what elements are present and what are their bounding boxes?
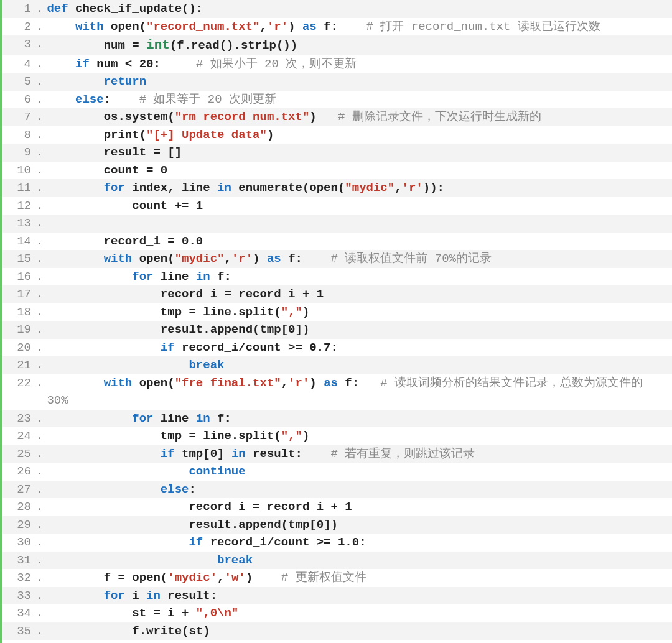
dot-separator: . — [36, 35, 43, 55]
line-number: 18 — [2, 303, 35, 322]
line-number: 23 — [2, 410, 35, 428]
dot-separator: . — [36, 0, 43, 18]
code-content: for i in result: — [47, 587, 672, 605]
line-number: 19 — [2, 321, 35, 339]
code-line: 13. — [0, 215, 672, 233]
dot-separator: . — [36, 622, 43, 641]
code-content: with open("mydic",'r') as f: # 读取权值文件前 7… — [47, 250, 672, 268]
code-line: 29. result.append(tmp[0]) — [0, 516, 672, 534]
code-line: 28. record_i = record_i + 1 — [0, 498, 672, 516]
line-number: 17 — [2, 285, 35, 303]
code-line: 25. if tmp[0] in result: # 若有重复，则跳过该记录 — [0, 445, 672, 463]
line-number: 13 — [2, 215, 35, 233]
dot-separator: . — [36, 445, 43, 463]
line-number: 30 — [2, 534, 35, 552]
line-number: 10 — [2, 162, 35, 180]
code-content: if record_i/count >= 0.7: — [47, 339, 672, 357]
code-content: def check_if_update(): — [47, 0, 672, 18]
dot-separator: . — [36, 162, 43, 180]
line-number: 32 — [2, 569, 35, 587]
code-content: with open("fre_final.txt",'r') as f: # 读… — [47, 374, 672, 410]
code-content: f.write(st) — [47, 622, 672, 641]
line-number: 28 — [2, 498, 35, 516]
code-content: count = 0 — [47, 162, 672, 180]
line-number: 22 — [2, 374, 35, 410]
dot-separator: . — [36, 410, 43, 428]
code-line: 2. with open("record_num.txt",'r') as f:… — [0, 18, 672, 36]
code-line: 6. else: # 如果等于 20 次则更新 — [0, 91, 672, 109]
line-number: 36 — [2, 640, 35, 643]
dot-separator: . — [36, 356, 43, 374]
code-line: 14. record_i = 0.0 — [0, 233, 672, 251]
code-content: f = open('mydic','w') # 更新权值文件 — [47, 569, 672, 587]
dot-separator: . — [36, 250, 43, 268]
code-content: result.append(tmp[0]) — [47, 321, 672, 339]
dot-separator: . — [36, 640, 43, 643]
code-content: f.close() — [47, 640, 672, 643]
code-line: 19. result.append(tmp[0]) — [0, 321, 672, 339]
dot-separator: . — [36, 144, 43, 162]
dot-separator: . — [36, 55, 43, 73]
code-line: 16. for line in f: — [0, 268, 672, 286]
code-content: for line in f: — [47, 410, 672, 428]
dot-separator: . — [36, 197, 43, 215]
dot-separator: . — [36, 498, 43, 516]
code-line: 22. with open("fre_final.txt",'r') as f:… — [0, 374, 672, 410]
code-content: else: # 如果等于 20 次则更新 — [47, 91, 672, 109]
dot-separator: . — [36, 303, 43, 322]
code-content: tmp = line.split(",") — [47, 303, 672, 322]
dot-separator: . — [36, 552, 43, 570]
line-number: 1 — [2, 0, 35, 18]
dot-separator: . — [36, 481, 43, 499]
code-content: with open("record_num.txt",'r') as f: # … — [47, 18, 672, 36]
dot-separator: . — [36, 285, 43, 303]
line-number: 6 — [2, 91, 35, 109]
code-content: continue — [47, 463, 672, 481]
dot-separator: . — [36, 73, 43, 91]
line-number: 21 — [2, 356, 35, 374]
code-line: 9. result = [] — [0, 144, 672, 162]
dot-separator: . — [36, 463, 43, 481]
code-content: break — [47, 552, 672, 570]
code-line: 11. for index, line in enumerate(open("m… — [0, 179, 672, 197]
dot-separator: . — [36, 534, 43, 552]
code-content — [47, 215, 672, 233]
line-number: 4 — [2, 55, 35, 73]
code-line: 17. record_i = record_i + 1 — [0, 285, 672, 303]
line-number: 33 — [2, 587, 35, 605]
line-number: 8 — [2, 126, 35, 144]
line-number: 9 — [2, 144, 35, 162]
line-number: 27 — [2, 481, 35, 499]
line-number: 35 — [2, 622, 35, 641]
line-number: 12 — [2, 197, 35, 215]
code-line: 31. break — [0, 552, 672, 570]
line-number: 14 — [2, 233, 35, 251]
line-number: 7 — [2, 108, 35, 126]
dot-separator: . — [36, 108, 43, 126]
code-line: 15. with open("mydic",'r') as f: # 读取权值文… — [0, 250, 672, 268]
code-content: st = i + ",0\n" — [47, 604, 672, 622]
code-line: 26. continue — [0, 463, 672, 481]
code-content: for line in f: — [47, 268, 672, 286]
code-line: 1.def check_if_update(): — [0, 0, 672, 18]
dot-separator: . — [36, 268, 43, 286]
dot-separator: . — [36, 427, 43, 445]
line-number: 3 — [2, 35, 35, 55]
line-number: 24 — [2, 427, 35, 445]
line-number: 25 — [2, 445, 35, 463]
line-number: 2 — [2, 18, 35, 36]
dot-separator: . — [36, 215, 43, 233]
dot-separator: . — [36, 604, 43, 622]
code-line: 3. num = int(f.read().strip()) — [0, 35, 672, 55]
code-content: if tmp[0] in result: # 若有重复，则跳过该记录 — [47, 445, 672, 463]
code-content: os.system("rm record_num.txt") # 删除记录文件，… — [47, 108, 672, 126]
code-content: result = [] — [47, 144, 672, 162]
code-line: 10. count = 0 — [0, 162, 672, 180]
code-content: tmp = line.split(",") — [47, 427, 672, 445]
dot-separator: . — [36, 587, 43, 605]
code-content: num = int(f.read().strip()) — [47, 35, 672, 55]
dot-separator: . — [36, 339, 43, 357]
code-line: 30. if record_i/count >= 1.0: — [0, 534, 672, 552]
line-number: 15 — [2, 250, 35, 268]
code-line: 23. for line in f: — [0, 410, 672, 428]
